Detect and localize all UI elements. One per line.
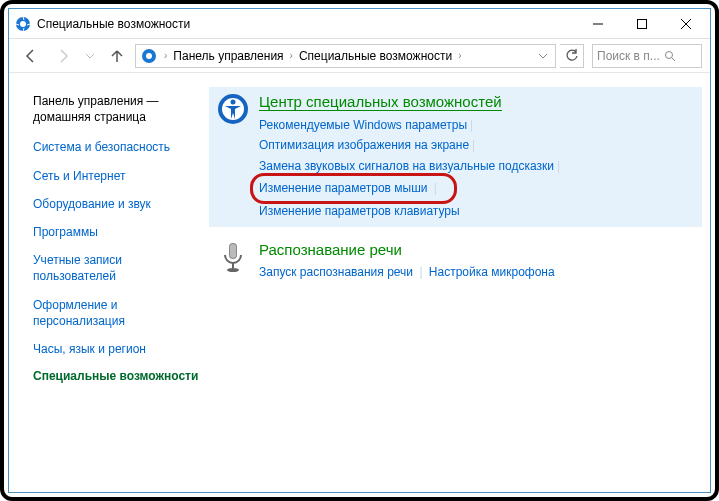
chevron-right-icon: ›	[162, 50, 169, 61]
sidebar-header[interactable]: Панель управления — домашняя страница	[33, 93, 201, 125]
sidebar-item-clock[interactable]: Часы, язык и регион	[33, 341, 201, 357]
forward-button[interactable]	[49, 42, 77, 70]
link-replace-sounds[interactable]: Замена звуковых сигналов на визуальные п…	[259, 159, 554, 173]
link-change-keyboard[interactable]: Изменение параметров клавиатуры	[259, 204, 460, 218]
refresh-button[interactable]	[560, 44, 584, 68]
link-optimize-display[interactable]: Оптимизация изображения на экране	[259, 138, 469, 152]
svg-point-12	[231, 100, 236, 105]
search-icon	[664, 50, 676, 62]
svg-line-9	[672, 58, 675, 61]
svg-point-7	[146, 53, 152, 59]
sidebar-item-accounts[interactable]: Учетные записи пользователей	[33, 252, 201, 284]
link-start-speech[interactable]: Запуск распознавания речи	[259, 265, 413, 279]
ease-of-access-title[interactable]: Центр специальных возможностей	[259, 93, 502, 111]
window-title: Специальные возможности	[37, 17, 576, 31]
link-recommended[interactable]: Рекомендуемые Windows параметры	[259, 118, 467, 132]
svg-line-4	[681, 19, 691, 29]
speech-title[interactable]: Распознавание речи	[259, 241, 402, 258]
sidebar-item-system[interactable]: Система и безопасность	[33, 139, 201, 155]
back-button[interactable]	[17, 42, 45, 70]
chevron-down-icon[interactable]	[535, 49, 551, 63]
close-button[interactable]	[664, 10, 708, 38]
ease-of-access-icon	[217, 93, 249, 125]
search-placeholder: Поиск в п...	[597, 49, 660, 63]
svg-point-16	[227, 268, 239, 272]
section-speech: Распознавание речи Запуск распознавания …	[209, 235, 702, 288]
section-ease-of-access: Центр специальных возможностей Рекоменду…	[209, 87, 702, 227]
breadcrumb-item[interactable]: Панель управления	[173, 49, 283, 63]
search-input[interactable]: Поиск в п...	[592, 44, 702, 68]
sidebar-item-appearance[interactable]: Оформление и персонализация	[33, 297, 201, 329]
sidebar-item-programs[interactable]: Программы	[33, 224, 201, 240]
microphone-icon	[217, 241, 249, 273]
svg-rect-3	[638, 19, 647, 28]
chevron-right-icon: ›	[288, 50, 295, 61]
svg-point-8	[665, 51, 672, 58]
chevron-right-icon: ›	[456, 50, 463, 61]
sidebar-item-ease-of-access[interactable]: Специальные возможности	[33, 369, 201, 383]
svg-point-1	[20, 21, 26, 27]
link-change-mouse[interactable]: Изменение параметров мыши	[259, 181, 428, 195]
minimize-button[interactable]	[576, 10, 620, 38]
breadcrumb-item[interactable]: Специальные возможности	[299, 49, 452, 63]
link-mouse-highlight: Изменение параметров мыши |	[253, 176, 454, 200]
maximize-button[interactable]	[620, 10, 664, 38]
sidebar-item-network[interactable]: Сеть и Интернет	[33, 168, 201, 184]
link-setup-mic[interactable]: Настройка микрофона	[429, 265, 555, 279]
svg-line-5	[681, 19, 691, 29]
breadcrumb[interactable]: › Панель управления › Специальные возмож…	[135, 44, 556, 68]
sidebar-item-hardware[interactable]: Оборудование и звук	[33, 196, 201, 212]
recent-dropdown[interactable]	[81, 42, 99, 70]
control-panel-icon	[140, 47, 158, 65]
up-button[interactable]	[103, 42, 131, 70]
app-icon	[15, 16, 31, 32]
svg-rect-14	[230, 244, 236, 258]
